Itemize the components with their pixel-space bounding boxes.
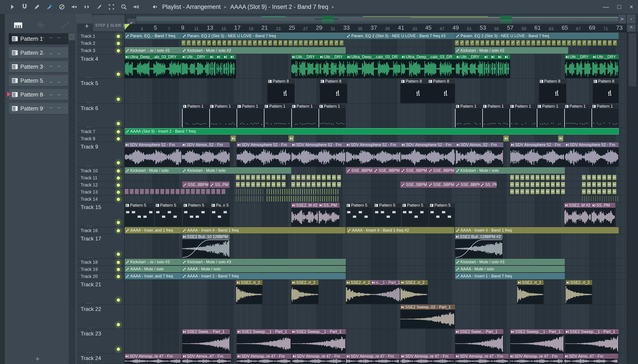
playlist-clip[interactable]: Pattern 1 (455, 104, 482, 128)
micro-clip[interactable] (201, 189, 205, 194)
micro-clip[interactable] (567, 40, 571, 46)
micro-clip[interactable] (267, 182, 270, 187)
micro-clip[interactable] (465, 40, 469, 46)
micro-clip[interactable] (582, 175, 586, 180)
micro-clip[interactable] (552, 40, 555, 46)
playlist-clip[interactable]: SSE2 Buil..10 128BPM (182, 234, 230, 258)
micro-clip[interactable] (491, 40, 494, 46)
micro-clip[interactable] (296, 175, 300, 180)
track-mute-led[interactable] (116, 130, 121, 134)
micro-clip[interactable] (525, 182, 529, 187)
playlist-clip[interactable] (484, 54, 490, 78)
playlist-clip[interactable]: SSE2 Sweep.._1 - Part_1 (237, 329, 291, 353)
playlist-clip[interactable] (490, 54, 497, 78)
micro-clip[interactable] (541, 175, 544, 180)
playhead-marker[interactable] (125, 24, 130, 30)
playlist-clip[interactable]: Pattern 8 (400, 79, 428, 103)
playlist-clip[interactable]: AAAA - Mute / solo (182, 266, 346, 272)
micro-clip[interactable] (526, 40, 530, 46)
playlist-clip[interactable]: Kickstart -..te / solo #2 (125, 47, 182, 54)
micro-clip[interactable] (541, 182, 544, 187)
playlist-clip[interactable]: SSE2..rt_2 (236, 280, 263, 304)
playlist-clip[interactable]: SSE2..M #2 (291, 203, 319, 226)
playlist-clip[interactable]: Kickstart - Mute / solo (182, 168, 291, 174)
playlist-clip[interactable]: AAAA - Inser..and 7 freq (125, 273, 182, 280)
playlist-clip[interactable]: Param. EQ 2 (Slot 3) - NEE U LOVE - Band… (455, 33, 619, 39)
playlist-clip[interactable]: SSE2..rt_2 (346, 280, 374, 304)
micro-clip[interactable] (211, 189, 215, 194)
track-name[interactable]: Track 20 (81, 273, 98, 280)
micro-clip[interactable] (302, 182, 305, 187)
playlist-add-button[interactable]: + (83, 22, 91, 30)
track-label-cell[interactable]: Track 8 (77, 135, 125, 142)
track-mute-led[interactable] (116, 72, 121, 76)
micro-clip[interactable] (561, 182, 565, 187)
micro-clip[interactable] (263, 40, 267, 46)
micro-clip[interactable] (277, 175, 280, 180)
playlist-clip[interactable]: SDV Atmosp..re 47 - Fm (400, 354, 454, 364)
track-mute-led[interactable] (116, 298, 121, 302)
micro-clip[interactable] (520, 189, 524, 194)
playlist-clip[interactable]: Pattern 1 (591, 104, 619, 128)
playlist-clip[interactable]: SSE..8BPM (373, 168, 400, 174)
playlist-clip[interactable]: SSE..8BPM (182, 182, 209, 188)
picker-scrollbar[interactable] (69, 41, 75, 364)
micro-clip[interactable] (202, 40, 206, 46)
track-lane[interactable]: AAAA - Inser..and 7 freqAAAA - Insert 1 … (125, 273, 626, 280)
picker-tab-audio[interactable] (37, 20, 47, 30)
playlist-clip[interactable]: Pattern 5 (125, 203, 154, 226)
playlist-clip[interactable]: Ultr.._DRY (291, 54, 319, 78)
micro-clip[interactable] (140, 189, 144, 194)
track-label-cell[interactable]: Track 10 (77, 167, 125, 174)
playlist-clip[interactable]: Ultr.._DRY (592, 54, 619, 78)
micro-clip[interactable] (562, 40, 566, 46)
track-lane[interactable]: Pattern 1Pattern 1Pattern 1Pattern 1Patt… (125, 104, 626, 128)
playlist-clip[interactable]: SSE2 Sweep..02 - Part_1 (400, 305, 455, 328)
micro-clip[interactable] (603, 40, 606, 46)
playlist-clip[interactable]: o.._1 - Part_1 (371, 280, 400, 304)
playlist-overview[interactable] (136, 15, 618, 24)
delete-tool-icon[interactable] (59, 4, 65, 10)
track-name[interactable]: Track 19 (81, 266, 98, 273)
track-label-cell[interactable]: Track 2 (77, 40, 125, 47)
close-button[interactable]: × (629, 3, 633, 10)
track-lane[interactable]: Kickstart - Mute / soloKickstart - Mute … (125, 167, 626, 174)
playlist-clip[interactable]: SSE2 Sweep.._1 - Part_1 (291, 329, 346, 353)
playlist-clip[interactable] (503, 136, 509, 142)
micro-clip[interactable] (592, 182, 596, 187)
micro-clip[interactable] (327, 175, 331, 180)
micro-clip[interactable] (556, 189, 560, 194)
micro-clip[interactable] (612, 175, 616, 180)
micro-clip[interactable] (587, 40, 591, 46)
track-mute-led[interactable] (116, 274, 121, 279)
micro-clip[interactable] (319, 40, 323, 46)
track-resize-grip[interactable]: ... (87, 359, 93, 364)
micro-clip[interactable] (516, 40, 520, 46)
playlist-clip[interactable]: SDV Atmosphere 52 - Fm (237, 142, 291, 167)
track-label-cell[interactable]: Track 11 (77, 174, 125, 181)
picker-add-button[interactable]: + (36, 355, 40, 363)
micro-clip[interactable] (294, 40, 298, 46)
track-mute-led[interactable] (116, 347, 121, 352)
micro-clip[interactable] (251, 175, 255, 180)
playlist-clip[interactable]: SSE2 Swee..- Part_1 (182, 329, 230, 353)
playlist-clip[interactable]: Pattern 8 (593, 79, 619, 103)
playlist-clip[interactable]: Pattern 5 (346, 203, 373, 226)
micro-clip[interactable] (486, 40, 489, 46)
playlist-clip[interactable]: SDV Atmosphere 52 - Fm (401, 142, 455, 167)
track-label-cell[interactable]: Track 16 (77, 227, 125, 234)
select-tool-icon[interactable] (108, 4, 115, 10)
playlist-clip[interactable]: SSE2..rt_2 (565, 280, 592, 304)
playlist-clip[interactable] (216, 54, 223, 78)
micro-clip[interactable] (480, 40, 484, 46)
micro-clip[interactable] (551, 189, 555, 194)
micro-clip[interactable] (217, 40, 221, 46)
micro-clip[interactable] (258, 40, 262, 46)
track-mute-led[interactable] (116, 197, 121, 202)
track-lane[interactable]: AAAA (Slot 9) - Insert 2 - Band 7 freq (125, 128, 626, 135)
play-arrow-icon[interactable] (9, 4, 16, 10)
track-lane[interactable]: Param. EQ..- Band 7 freqParam. EQ 2 (Slo… (125, 32, 626, 40)
audio-filter-icon[interactable] (96, 16, 103, 22)
micro-clip[interactable] (608, 40, 612, 46)
playlist-clip[interactable]: Pattern 1 (509, 104, 537, 128)
